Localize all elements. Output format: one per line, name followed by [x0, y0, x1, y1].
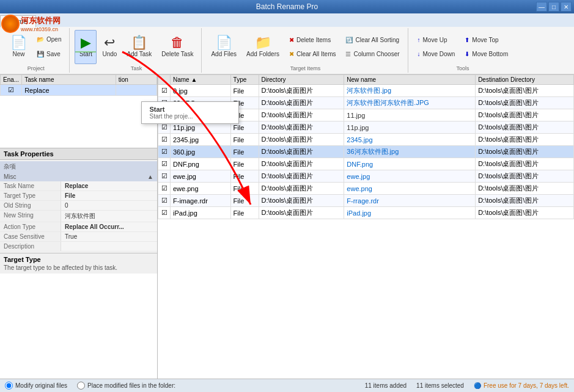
misc-label: 杂项: [4, 162, 16, 171]
tab-home[interactable]: Home: [0, 15, 36, 27]
move-up-button[interactable]: ↑ Move Up: [413, 33, 460, 46]
move-down-button[interactable]: ↓ Move Down: [413, 47, 460, 60]
table-row[interactable]: ☑ iPad.jpg File D:\tools\桌面图片 iPad.jpg D…: [158, 207, 574, 219]
column-chooser-label: Column Chooser: [353, 51, 399, 57]
move-bottom-label: Move Bottom: [472, 51, 508, 57]
col-directory[interactable]: Directory: [259, 75, 344, 85]
add-files-icon: 📄: [216, 36, 232, 49]
row-check: ☑: [158, 158, 171, 170]
row-enabled: ☑: [1, 85, 22, 96]
clear-all-sorting-button[interactable]: 🔃 Clear All Sorting: [341, 33, 403, 46]
place-radio[interactable]: [77, 382, 85, 390]
files-table: Name ▲ Type Directory New name Destinati…: [158, 74, 574, 219]
add-task-icon: 📋: [131, 36, 147, 49]
clear-all-items-button[interactable]: ✖ Clear All Items: [285, 47, 340, 60]
row-new-name: 河东软件图河东软件图.JPG: [344, 97, 476, 109]
move-top-label: Move Top: [472, 37, 498, 43]
task-table[interactable]: Ena... Task name tion ☑ Replace: [0, 74, 157, 148]
move-bottom-button[interactable]: ⬇ Move Bottom: [460, 47, 512, 60]
start-button[interactable]: ▶ Start: [75, 30, 97, 64]
undo-icon: ↩: [104, 36, 115, 49]
col-task-name: Task name: [22, 75, 116, 85]
free-use-icon: 🔵: [474, 382, 481, 389]
row-name: F-image.rdr: [171, 195, 231, 207]
task-buttons: ▶ Start ↩ Undo 📋 Add Task 🗑 Delete Task: [75, 29, 197, 64]
move-top-button[interactable]: ⬆ Move Top: [460, 33, 512, 46]
table-row[interactable]: ☑ DNF.png File D:\tools\桌面图片 DNF.png D:\…: [158, 158, 574, 170]
move-down-label: Move Down: [423, 51, 455, 57]
open-button[interactable]: 📂 Open: [32, 33, 65, 46]
target-type-header: Target Type: [4, 256, 153, 263]
row-new-name: iPad.jpg: [344, 207, 476, 219]
target-items-group-label: Target Items: [207, 64, 403, 71]
row-directory: D:\tools\桌面图片: [259, 134, 344, 146]
column-chooser-button[interactable]: ☰ Column Chooser: [341, 47, 403, 60]
prop-target-type-row: Target Type File: [0, 191, 157, 201]
modify-original: Modify original files: [5, 382, 67, 390]
project-group-label: Project: [6, 64, 65, 71]
free-use: 🔵 Free use for 7 days, 7 days left.: [474, 382, 569, 389]
row-new-name: ewe.jpg: [344, 170, 476, 183]
properties-header: Task Properties: [0, 148, 157, 160]
row-directory: D:\tools\桌面图片: [259, 195, 344, 207]
row-dest-dir: D:\tools\桌面图\图片: [476, 134, 574, 146]
row-directory: D:\tools\桌面图片: [259, 170, 344, 183]
col-type[interactable]: Type: [230, 75, 259, 85]
modify-radio[interactable]: [5, 382, 13, 390]
row-directory: D:\tools\桌面图片: [259, 97, 344, 109]
close-button[interactable]: ✕: [561, 2, 572, 12]
row-task-name: Replace: [22, 85, 116, 96]
col-new-name[interactable]: New name: [344, 75, 476, 85]
row-name: iPad.jpg: [171, 207, 231, 219]
delete-task-label: Delete Task: [161, 51, 193, 57]
table-row[interactable]: ☑ 360.jpg File D:\tools\桌面图片 36河东软件图.jpg…: [158, 146, 574, 158]
table-row[interactable]: ☑ 0.jpg File D:\tools\桌面图片 河东软件图.jpg D:\…: [158, 85, 574, 97]
row-directory: D:\tools\桌面图片: [259, 85, 344, 97]
task-list-table: Ena... Task name tion ☑ Replace: [0, 74, 157, 96]
row-check: ☑: [158, 207, 171, 219]
target-small-buttons2: 🔃 Clear All Sorting ☰ Column Chooser: [341, 33, 403, 60]
table-row[interactable]: ☑ ewe.png File D:\tools\桌面图片 ewe.png D:\…: [158, 183, 574, 195]
table-row[interactable]: ☑ ewe.jpg File D:\tools\桌面图片 ewe.jpg D:\…: [158, 170, 574, 183]
row-name: ewe.jpg: [171, 170, 231, 183]
row-new-name: 36河东软件图.jpg: [344, 146, 476, 158]
place-modified: Place modified files in the folder:: [77, 382, 175, 390]
save-icon: 💾: [37, 51, 44, 57]
add-files-button[interactable]: 📄 Add Files: [207, 30, 241, 64]
table-row[interactable]: ☑ Replace: [1, 85, 157, 96]
col-name[interactable]: Name ▲: [171, 75, 231, 85]
clear-all-items-label: Clear All Items: [296, 51, 336, 57]
row-directory: D:\tools\桌面图片: [259, 207, 344, 219]
table-row[interactable]: ☑ F-image.rdr File D:\tools\桌面图片 F-rrage…: [158, 195, 574, 207]
start-dropdown-start[interactable]: Start Start the proje...: [142, 102, 238, 123]
row-type: File: [230, 183, 259, 195]
prop-target-type-value: File: [61, 191, 157, 200]
add-folders-button[interactable]: 📁 Add Folders: [242, 30, 284, 64]
add-task-button[interactable]: 📋 Add Task: [122, 30, 156, 64]
prop-new-string-row: New String 河东软件图: [0, 211, 157, 222]
row-dest-dir: D:\tools\桌面图\图片: [476, 146, 574, 158]
col-enabled: Ena...: [1, 75, 22, 85]
row-type: File: [230, 85, 259, 97]
row-name: 360.jpg: [171, 146, 231, 158]
add-task-label: Add Task: [127, 51, 152, 57]
delete-task-button[interactable]: 🗑 Delete Task: [157, 30, 197, 64]
prop-description-label: Description: [0, 242, 61, 251]
minimize-button[interactable]: —: [536, 2, 547, 12]
row-new-name: 2345.jpg: [344, 134, 476, 146]
delete-items-label: Delete Items: [296, 37, 331, 43]
target-items-buttons: 📄 Add Files 📁 Add Folders ✖ Delete Items…: [207, 29, 403, 64]
save-button[interactable]: 💾 Save: [32, 48, 65, 61]
tools-group-label: Tools: [413, 64, 513, 71]
delete-items-button[interactable]: ✖ Delete Items: [285, 33, 340, 46]
ribbon-group-target-items: 📄 Add Files 📁 Add Folders ✖ Delete Items…: [203, 28, 408, 73]
row-check: ☑: [158, 85, 171, 97]
new-button[interactable]: 📄 New: [6, 30, 31, 64]
misc-title: Misc ▲: [0, 172, 157, 181]
maximize-button[interactable]: □: [548, 2, 559, 12]
undo-button[interactable]: ↩ Undo: [98, 30, 121, 64]
properties-panel: Task Properties 杂项 Misc ▲ Task Name Repl…: [0, 148, 157, 253]
col-dest-dir[interactable]: Destination Directory: [476, 75, 574, 85]
table-row[interactable]: ☑ 2345.jpg File D:\tools\桌面图片 2345.jpg D…: [158, 134, 574, 146]
col-check: [158, 75, 171, 85]
